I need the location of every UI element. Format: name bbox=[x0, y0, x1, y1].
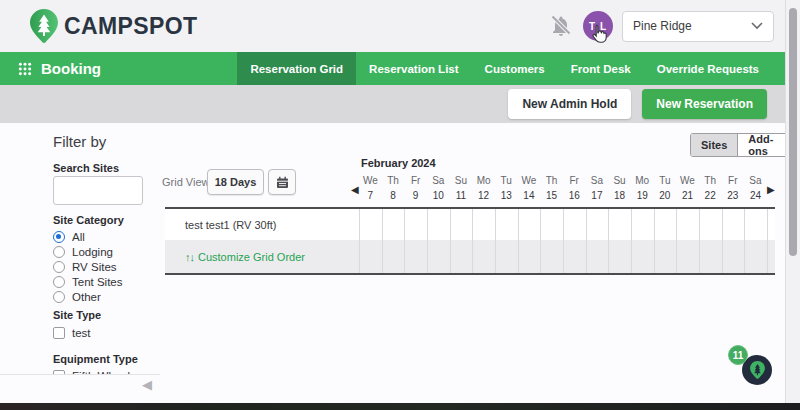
day-number: 22 bbox=[705, 190, 716, 201]
hand-cursor-icon bbox=[591, 24, 607, 44]
day-header: Su 11 bbox=[450, 174, 473, 201]
day-number: 11 bbox=[456, 190, 466, 201]
day-number: 23 bbox=[727, 190, 738, 201]
day-of-week: Fr bbox=[411, 175, 420, 186]
prev-dates-arrow[interactable]: ◀ bbox=[351, 185, 359, 195]
day-header: We 7 bbox=[359, 174, 382, 201]
day-number: 16 bbox=[569, 190, 580, 201]
day-of-week: Th bbox=[387, 175, 399, 186]
day-header: Th 8 bbox=[382, 174, 405, 201]
radio-button bbox=[53, 276, 65, 288]
grid-range-button[interactable]: 18 Days bbox=[207, 169, 264, 195]
tab-reservation-grid[interactable]: Reservation Grid bbox=[237, 52, 356, 85]
customize-grid-order-link[interactable]: ↑↓Customize Grid Order bbox=[185, 251, 305, 263]
property-selector-value: Pine Ridge bbox=[633, 19, 692, 33]
day-header: Sa 17 bbox=[586, 174, 609, 201]
sidebar-collapse-arrow[interactable]: ◀ bbox=[142, 377, 152, 392]
filter-title: Filter by bbox=[53, 133, 106, 150]
new-reservation-button[interactable]: New Reservation bbox=[642, 89, 767, 119]
day-of-week: Sa bbox=[591, 175, 603, 186]
next-dates-arrow[interactable]: ▶ bbox=[767, 185, 775, 195]
day-number: 20 bbox=[659, 190, 670, 201]
radio-option-rv-sites[interactable]: RV Sites bbox=[53, 259, 123, 274]
day-header: Su 18 bbox=[608, 174, 631, 201]
nav-tabs: Reservation Grid Reservation List Custom… bbox=[237, 52, 800, 85]
day-of-week: Su bbox=[455, 175, 467, 186]
grid-view-label: Grid View: bbox=[162, 176, 213, 188]
day-header: Mo 19 bbox=[631, 174, 654, 201]
day-of-week: Th bbox=[546, 175, 558, 186]
calendar-button[interactable] bbox=[268, 169, 296, 195]
radio-option-tent-sites[interactable]: Tent Sites bbox=[53, 274, 123, 289]
chat-unread-badge: 11 bbox=[728, 345, 748, 365]
customize-row-cells bbox=[359, 240, 769, 273]
new-admin-hold-button[interactable]: New Admin Hold bbox=[508, 89, 631, 119]
site-category-options: All Lodging RV Sites Tent Sites Other bbox=[53, 229, 123, 304]
tab-override-requests[interactable]: Override Requests bbox=[644, 52, 772, 85]
filter-sidebar: Filter by Search Sites Site Category All… bbox=[0, 123, 165, 374]
radio-button bbox=[53, 261, 65, 273]
radio-option-lodging[interactable]: Lodging bbox=[53, 244, 123, 259]
day-header: Fr 16 bbox=[563, 174, 586, 201]
day-header: Th 15 bbox=[540, 174, 563, 201]
toggle-sites[interactable]: Sites bbox=[691, 134, 738, 156]
checkbox-option-test[interactable]: test bbox=[53, 325, 91, 340]
tab-reservation-list[interactable]: Reservation List bbox=[356, 52, 471, 85]
day-number: 19 bbox=[637, 190, 648, 201]
day-of-week: Sa bbox=[432, 175, 444, 186]
app-grid-icon[interactable] bbox=[18, 62, 32, 76]
vertical-scrollbar-thumb[interactable] bbox=[789, 8, 797, 256]
site-row-label: test test1 (RV 30ft) bbox=[185, 219, 277, 231]
bottom-dark-bar bbox=[0, 403, 800, 410]
day-header: Sa 24 bbox=[744, 174, 767, 201]
day-header: Th 22 bbox=[699, 174, 722, 201]
calendar-icon bbox=[276, 176, 289, 189]
customize-grid-row: ↑↓Customize Grid Order bbox=[165, 240, 775, 273]
vertical-scrollbar-track[interactable] bbox=[785, 0, 800, 410]
day-number: 14 bbox=[523, 190, 534, 201]
chevron-down-icon bbox=[751, 22, 763, 30]
day-of-week: Mo bbox=[635, 175, 649, 186]
day-of-week: Fr bbox=[728, 175, 737, 186]
day-number: 17 bbox=[591, 190, 602, 201]
tab-customers[interactable]: Customers bbox=[472, 52, 558, 85]
day-number: 9 bbox=[413, 190, 419, 201]
day-of-week: Tu bbox=[501, 175, 512, 186]
site-type-label: Site Type bbox=[53, 309, 101, 321]
equipment-type-label: Equipment Type bbox=[53, 353, 138, 365]
radio-button bbox=[53, 231, 65, 243]
radio-button bbox=[53, 246, 65, 258]
app-label: Booking bbox=[41, 60, 101, 77]
day-header: Tu 20 bbox=[654, 174, 677, 201]
day-number: 10 bbox=[433, 190, 444, 201]
tab-front-desk[interactable]: Front Desk bbox=[558, 52, 644, 85]
radio-option-all[interactable]: All bbox=[53, 229, 123, 244]
user-avatar[interactable]: T L bbox=[583, 11, 613, 41]
day-number: 7 bbox=[368, 190, 374, 201]
day-header: Mo 12 bbox=[472, 174, 495, 201]
notifications-muted-bell-icon[interactable] bbox=[548, 13, 574, 39]
radio-button bbox=[53, 291, 65, 303]
property-selector[interactable]: Pine Ridge bbox=[622, 11, 774, 42]
radio-option-other[interactable]: Other bbox=[53, 289, 123, 304]
site-row: test test1 (RV 30ft) bbox=[165, 209, 775, 240]
day-header: We 14 bbox=[518, 174, 541, 201]
day-number: 21 bbox=[682, 190, 693, 201]
day-of-week: Th bbox=[704, 175, 716, 186]
day-header: Fr 9 bbox=[404, 174, 427, 201]
chat-pin-icon bbox=[750, 361, 765, 379]
site-row-cells[interactable] bbox=[359, 209, 769, 240]
logo-text: CAMPSPOT bbox=[64, 13, 198, 40]
sort-arrows-icon: ↑↓ bbox=[185, 251, 194, 263]
search-sites-input[interactable] bbox=[53, 176, 143, 205]
day-of-week: Mo bbox=[477, 175, 491, 186]
sidebar-divider bbox=[0, 374, 160, 375]
top-header: CAMPSPOT T L Pine Ridge bbox=[0, 0, 800, 52]
search-sites-label: Search Sites bbox=[53, 162, 119, 174]
day-number: 18 bbox=[614, 190, 625, 201]
app-window: CAMPSPOT T L Pine Ridge bbox=[0, 0, 800, 410]
day-of-week: Tu bbox=[659, 175, 670, 186]
day-header: Sa 10 bbox=[427, 174, 450, 201]
sites-addons-toggle: Sites Add-ons bbox=[690, 133, 800, 157]
day-header: We 21 bbox=[676, 174, 699, 201]
